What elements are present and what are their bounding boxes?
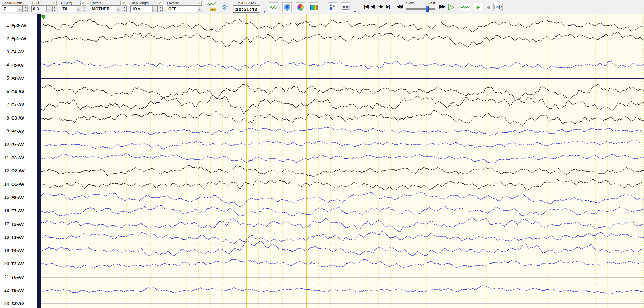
video-dropdown-arrow-icon[interactable]: ▾ <box>354 10 356 13</box>
spin-down-icon[interactable]: ▼ <box>158 9 163 12</box>
channel-row[interactable]: 16F7-AV <box>0 208 37 213</box>
channel-label[interactable]: Cz-AV <box>11 102 24 107</box>
channel-label[interactable]: Fp1-AV <box>11 36 27 41</box>
spin-up-icon[interactable]: ▲ <box>82 5 86 9</box>
patient-info-icon[interactable] <box>328 2 337 12</box>
channel-row[interactable]: 7Cz-AV <box>0 102 37 108</box>
chevron-down-icon[interactable]: ▾ <box>152 6 157 12</box>
fast-forward-button[interactable]: ▶▶ <box>439 4 445 9</box>
waveform-edit-icon[interactable] <box>206 1 216 7</box>
settings-gear-icon[interactable]: ⚙ <box>220 3 229 12</box>
channel-number: 21 <box>0 275 9 279</box>
chevron-down-icon[interactable]: ▾ <box>17 6 22 12</box>
channel-label[interactable]: T6-AV <box>11 275 24 280</box>
sensitivity-select[interactable]: 7 ▾ <box>2 5 23 12</box>
channel-row[interactable]: 10Pz-AV <box>0 142 37 147</box>
channel-row[interactable]: 9P4-AV <box>0 128 37 134</box>
waveform-view-icon[interactable] <box>269 2 278 12</box>
collapse-panel-icon[interactable]: ◀ <box>487 5 490 10</box>
channel-label[interactable]: P4-AV <box>11 129 24 134</box>
spin-up-icon[interactable]: ▲ <box>122 5 127 9</box>
chevron-down-icon[interactable]: ▾ <box>76 6 81 12</box>
favorite-select[interactable]: OFF ▾ <box>167 5 202 12</box>
speed-slider-handle[interactable] <box>426 6 429 12</box>
chevron-down-icon[interactable]: ▾ <box>46 6 52 12</box>
display-length-select[interactable]: 10 s ▾ <box>130 5 158 12</box>
channel-label[interactable]: O1-AV <box>11 182 25 187</box>
edit-pencil-icon[interactable] <box>120 1 126 5</box>
time-dropdown-arrow-icon[interactable]: ▾ <box>264 10 265 13</box>
channel-row[interactable]: 22T5-AV <box>0 288 37 293</box>
play-marker-icon[interactable]: ▶ <box>474 3 483 11</box>
chevron-down-icon[interactable]: ▾ <box>116 6 121 12</box>
spin-up-icon[interactable]: ▲ <box>158 5 163 9</box>
channel-row[interactable]: 1Fp2-AV <box>0 23 37 28</box>
channel-label[interactable]: Fz-AV <box>11 62 24 68</box>
channel-row[interactable]: 15F8-AV <box>0 195 37 200</box>
channel-row[interactable]: 2Fp1-AV <box>0 36 37 41</box>
nav-first-button[interactable]: |◀ <box>364 4 368 9</box>
rewind-button[interactable]: ◀◀ <box>397 4 402 9</box>
color-sphere-icon[interactable] <box>296 2 305 12</box>
spectrogram-colormap-icon[interactable] <box>309 2 318 12</box>
channel-label[interactable]: F7-AV <box>11 208 24 213</box>
brain-topography-icon[interactable] <box>282 2 292 12</box>
channel-label[interactable]: T2-AV <box>11 222 24 227</box>
spin-down-icon[interactable]: ▼ <box>23 9 28 12</box>
channel-label[interactable]: C4-AV <box>11 89 24 94</box>
channel-label[interactable]: T5-AV <box>11 288 24 293</box>
channel-label[interactable]: F4-AV <box>11 49 24 54</box>
channel-label[interactable]: F8-AV <box>11 195 24 200</box>
channel-row[interactable]: 3F4-AV <box>0 49 37 55</box>
spin-up-icon[interactable]: ▲ <box>52 5 57 9</box>
channel-row[interactable]: 14O1-AV <box>0 182 37 187</box>
montage-pattern-spinner: ▲ ▼ <box>122 5 127 12</box>
channel-row[interactable]: 17T2-AV <box>0 221 37 227</box>
review-waveform-icon[interactable] <box>461 3 470 11</box>
notch-filter-50hz-icon[interactable]: 50 <box>210 8 216 11</box>
channel-label[interactable]: T4-AV <box>11 248 24 253</box>
channel-label[interactable]: P3-AV <box>11 155 24 160</box>
channel-label[interactable]: F3-AV <box>11 76 24 81</box>
nav-next-button[interactable]: ·▶ <box>378 4 383 9</box>
nav-last-button[interactable]: ▶| <box>386 4 390 9</box>
chevron-down-icon[interactable]: ▾ <box>197 6 202 12</box>
speed-fast-label: Fast <box>428 1 435 5</box>
channel-label[interactable]: C3-AV <box>11 115 24 121</box>
channel-row[interactable]: 4Fz-AV <box>0 62 37 68</box>
channel-row[interactable]: 21T6-AV <box>0 274 37 280</box>
nav-previous-button[interactable]: ◀· <box>371 4 375 9</box>
spin-down-icon[interactable]: ▼ <box>122 9 127 12</box>
spin-down-icon[interactable]: ▼ <box>82 9 86 12</box>
channel-row[interactable]: 5F3-AV <box>0 75 37 81</box>
high-freq-filter-select[interactable]: 70 ▾ <box>61 5 81 12</box>
channel-label[interactable]: X3-AV <box>11 301 24 306</box>
montage-pattern-select[interactable]: MOTHER ▾ <box>90 5 121 12</box>
channel-row[interactable]: 8C3-AV <box>0 115 37 121</box>
edit-pencil-icon[interactable] <box>51 1 57 5</box>
edit-pencil-icon[interactable] <box>157 1 162 5</box>
channel-row[interactable]: 11P3-AV <box>0 155 37 160</box>
speed-slider[interactable] <box>406 8 435 10</box>
edit-pencil-icon[interactable] <box>80 1 86 5</box>
channel-row[interactable]: 6C4-AV <box>0 89 37 94</box>
play-button[interactable]: ▷ <box>448 2 454 12</box>
video-icon[interactable] <box>341 2 350 12</box>
eeg-trace-canvas[interactable] <box>41 14 644 308</box>
channel-row[interactable]: 18T1-AV <box>0 235 37 240</box>
channel-label[interactable]: T3-AV <box>11 261 24 266</box>
channel-row[interactable]: 19T4-AV <box>0 248 37 253</box>
channel-label[interactable]: O2-AV <box>11 168 25 173</box>
event-marker[interactable] <box>41 15 45 19</box>
channel-row[interactable]: 23X3-AV <box>0 301 37 306</box>
channel-label[interactable]: Fp2-AV <box>11 23 27 28</box>
spin-down-icon[interactable]: ▼ <box>52 9 57 12</box>
edit-pencil-icon[interactable] <box>196 1 202 5</box>
channel-row[interactable]: 12O2-AV <box>0 168 37 174</box>
time-constant-select[interactable]: 0.3 ▾ <box>31 5 52 12</box>
channel-row[interactable]: 20T3-AV <box>0 261 37 266</box>
spin-up-icon[interactable]: ▲ <box>23 5 28 9</box>
channel-label[interactable]: T1-AV <box>11 235 24 240</box>
channel-label[interactable]: Pz-AV <box>11 142 24 147</box>
snapshot-tool-icon[interactable] <box>493 3 503 11</box>
